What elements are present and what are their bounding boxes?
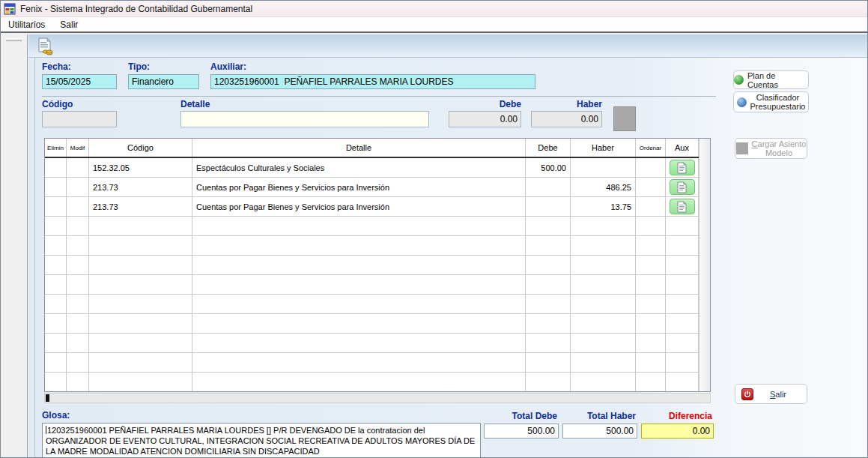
debe-label: Debe	[449, 99, 521, 109]
glosa-label: Glosa:	[42, 410, 70, 421]
cell-ordenar	[636, 178, 666, 197]
tipo-input[interactable]	[128, 74, 199, 89]
cell-codigo	[89, 373, 192, 391]
cell-aux	[666, 197, 699, 217]
salir-button[interactable]: Salir	[735, 384, 807, 404]
auxiliar-label: Auxiliar:	[210, 61, 246, 72]
menu-utilitarios[interactable]: Utilitarios	[1, 17, 52, 32]
panel-border	[34, 58, 35, 457]
glosa-textarea[interactable]: 1203251960001 PEÑAFIEL PARRALES MARIA LO…	[42, 423, 481, 458]
cell-haber	[571, 217, 636, 236]
table-row: 213.73Cuentas por Pagar Bienes y Servici…	[45, 197, 699, 217]
cell-elimin[interactable]	[45, 178, 67, 197]
aux-button[interactable]	[670, 179, 695, 195]
column-header-detalle[interactable]: Detalle	[192, 139, 526, 157]
cell-aux	[666, 373, 699, 391]
cargar-asiento-modelo-button[interactable]: Cargar Asiento Modelo	[735, 138, 807, 159]
cell-aux	[666, 314, 699, 334]
cell-elimin	[45, 217, 67, 236]
cell-detalle	[192, 334, 526, 353]
table-horizontal-scrollbar[interactable]	[44, 393, 711, 403]
cell-haber	[571, 314, 636, 334]
cell-haber	[571, 256, 636, 275]
total-haber-label: Total Haber	[562, 411, 636, 421]
table-header-row: EliminModifCódigoDetalleDebeHaberOrdenar…	[45, 139, 699, 158]
codigo-input[interactable]	[42, 111, 117, 127]
column-header-ordenar[interactable]: Ordenar	[636, 139, 666, 157]
column-header-haber[interactable]: Haber	[571, 139, 636, 157]
cell-detalle	[192, 256, 526, 275]
cell-modif[interactable]	[67, 197, 89, 217]
cell-ordenar	[636, 275, 666, 295]
auxiliar-input[interactable]	[210, 74, 535, 89]
aux-button[interactable]	[670, 160, 695, 175]
haber-label: Haber	[531, 99, 602, 109]
cell-modif	[67, 334, 89, 353]
cargar-label-line1: Cargar Asiento	[752, 139, 807, 148]
haber-input[interactable]	[531, 111, 602, 127]
title-bar: Fenix - Sistema Integrado de Contabilida…	[1, 1, 867, 17]
cell-modif	[67, 217, 89, 236]
scrollbar-thumb[interactable]	[46, 394, 49, 402]
column-header-aux[interactable]: Aux	[666, 139, 699, 157]
aux-button[interactable]	[670, 199, 695, 214]
tipo-label: Tipo:	[128, 61, 150, 72]
table-row-empty	[45, 217, 699, 236]
add-line-button[interactable]	[613, 106, 636, 131]
total-debe-input[interactable]	[484, 424, 559, 439]
cell-elimin	[45, 353, 67, 373]
column-header-modif[interactable]: Modif	[67, 139, 89, 157]
clasificador-label-line1: Clasificador	[750, 93, 806, 102]
cell-detalle: Espectáculos Culturales y Sociales	[192, 158, 526, 178]
document-coins-icon	[37, 37, 53, 55]
cell-ordenar	[636, 256, 666, 275]
cell-detalle	[192, 236, 526, 256]
cell-detalle	[192, 353, 526, 373]
cell-modif[interactable]	[67, 178, 89, 197]
cell-debe	[526, 197, 571, 217]
fecha-label: Fecha:	[42, 61, 71, 72]
cell-haber: 13.75	[571, 197, 636, 217]
cell-elimin[interactable]	[45, 158, 67, 178]
cell-debe	[526, 353, 571, 373]
aux-document-icon	[677, 162, 687, 174]
cell-ordenar	[636, 353, 666, 373]
new-entry-button[interactable]	[34, 36, 55, 56]
cell-debe	[526, 178, 571, 197]
column-header-debe[interactable]: Debe	[526, 139, 571, 157]
menu-salir[interactable]: Salir	[52, 17, 85, 32]
cell-elimin	[45, 373, 67, 391]
cell-debe	[526, 373, 571, 391]
column-header-elimin[interactable]: Elimin	[45, 139, 67, 157]
cell-codigo	[89, 353, 192, 373]
cell-haber	[571, 158, 636, 178]
cell-debe	[526, 236, 571, 256]
cell-aux	[666, 158, 699, 178]
cell-debe	[526, 314, 571, 334]
cell-modif	[67, 275, 89, 295]
plan-de-cuentas-button[interactable]: Plan de Cuentas	[733, 70, 809, 89]
cell-debe	[526, 295, 571, 314]
fecha-input[interactable]	[42, 74, 117, 89]
cell-haber	[571, 236, 636, 256]
cell-ordenar	[636, 197, 666, 217]
cell-elimin	[45, 275, 67, 295]
cell-modif[interactable]	[67, 158, 89, 178]
total-haber-input[interactable]	[562, 424, 637, 439]
table-row-empty	[45, 334, 699, 353]
panel-splitter-handle[interactable]	[6, 38, 22, 41]
table-vertical-scrollbar[interactable]	[699, 139, 710, 391]
column-header-codigo[interactable]: Código	[89, 139, 192, 157]
clasificador-presupuestario-button[interactable]: Clasificador Presupuestario	[733, 91, 809, 112]
detalle-input[interactable]	[180, 111, 429, 127]
cell-elimin[interactable]	[45, 197, 67, 217]
app-icon	[4, 3, 16, 15]
cell-codigo: 152.32.05	[89, 158, 192, 178]
diferencia-input[interactable]	[641, 424, 714, 439]
cell-aux	[666, 295, 699, 314]
cell-ordenar	[636, 217, 666, 236]
left-panel	[1, 34, 28, 457]
debe-input[interactable]	[449, 111, 521, 127]
table-row-empty	[45, 314, 699, 334]
cell-debe	[526, 217, 571, 236]
